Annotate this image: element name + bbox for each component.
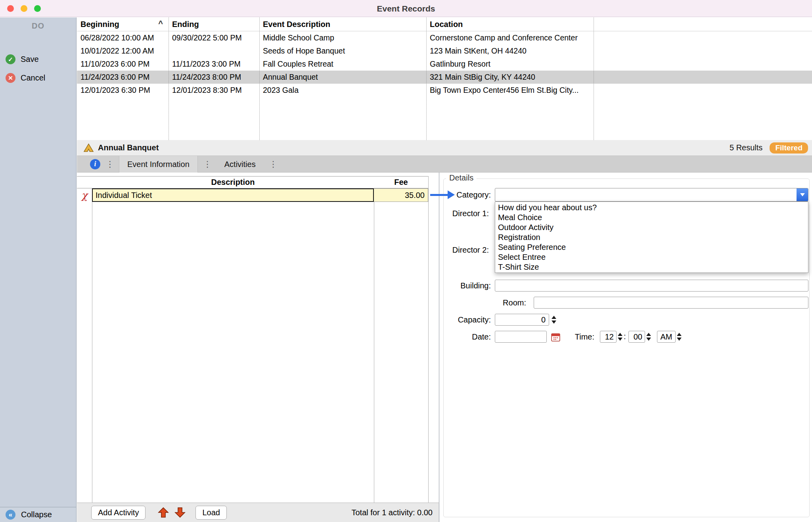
dropdown-option[interactable]: Meal Choice <box>495 213 808 223</box>
drag-handle-icon: ⋮ <box>269 159 278 169</box>
pointer-arrow-icon <box>430 190 455 199</box>
cell-beginning: 11/10/2023 6:00 PM <box>77 59 169 69</box>
column-header-description[interactable]: Event Description <box>259 20 426 29</box>
time-colon: : <box>624 332 626 341</box>
window-title: Event Records <box>0 0 812 17</box>
director2-label: Director 2: <box>440 245 489 255</box>
time-minute-input[interactable]: 00 <box>628 331 645 343</box>
event-records-window: Event Records DO ✓ Save ✕ Cancel « Colla… <box>0 0 812 522</box>
zoom-window-button[interactable] <box>34 5 41 12</box>
events-table: Beginning ^ Ending Event Description Loc… <box>77 17 812 140</box>
cell-description: 2023 Gala <box>259 86 426 95</box>
dropdown-option[interactable]: T-Shirt Size <box>495 262 808 272</box>
chevron-down-icon[interactable] <box>797 188 808 201</box>
cell-location: 123 Main StKent, OH 44240 <box>426 46 594 56</box>
room-input[interactable] <box>534 297 808 309</box>
event-row[interactable]: 12/01/2023 6:30 PM 12/01/2023 8:30 PM 20… <box>77 84 812 97</box>
add-activity-button[interactable]: Add Activity <box>91 506 146 520</box>
activities-footer: Add Activity Load Total for 1 activity: … <box>77 503 439 522</box>
close-window-button[interactable] <box>7 5 14 12</box>
event-row-selected[interactable]: 11/24/2023 6:00 PM 11/24/2023 8:00 PM An… <box>77 71 812 84</box>
column-header-beginning[interactable]: Beginning ^ <box>77 20 169 29</box>
director1-label: Director 1: <box>440 208 489 219</box>
cell-ending: 09/30/2022 5:00 PM <box>169 33 259 42</box>
cell-beginning: 11/24/2023 6:00 PM <box>77 73 169 82</box>
details-group-title: Details <box>446 173 477 182</box>
activities-total: Total for 1 activity: 0.00 <box>351 508 433 517</box>
activities-table-header: Description Fee <box>77 176 428 188</box>
dropdown-option[interactable]: Select Entree <box>495 252 808 262</box>
load-button[interactable]: Load <box>195 506 227 520</box>
cell-beginning: 06/28/2022 10:00 AM <box>77 33 169 42</box>
activity-fee-cell[interactable]: 35.00 <box>374 188 428 202</box>
save-check-icon: ✓ <box>6 54 15 64</box>
capacity-label: Capacity: <box>440 315 491 325</box>
dropdown-option[interactable]: Outdoor Activity <box>495 223 808 232</box>
cancel-button[interactable]: ✕ Cancel <box>6 73 45 83</box>
cell-description: Fall Couples Retreat <box>259 59 426 69</box>
delete-activity-icon[interactable]: χ <box>77 188 92 202</box>
cell-location: Cornerstone Camp and Conference Center <box>426 33 594 42</box>
save-button[interactable]: ✓ Save <box>6 54 39 64</box>
cell-ending: 11/24/2023 8:00 PM <box>169 73 259 82</box>
category-dropdown-list: How did you hear about us? Meal Choice O… <box>495 202 808 273</box>
cell-ending: 12/01/2023 8:30 PM <box>169 86 259 95</box>
dropdown-option[interactable]: Seating Preference <box>495 242 808 252</box>
tab-activities[interactable]: Activities <box>216 156 264 173</box>
tab-event-information[interactable]: Event Information <box>119 156 198 173</box>
move-up-icon[interactable] <box>157 507 169 518</box>
summary-bar: Annual Banquet 5 Results Filtered <box>77 140 812 156</box>
cell-ending: 11/11/2023 3:00 PM <box>169 59 259 69</box>
column-divider <box>374 176 374 503</box>
event-row[interactable]: 06/28/2022 10:00 AM 09/30/2022 5:00 PM M… <box>77 31 812 44</box>
sidebar-do-header: DO <box>0 17 76 31</box>
column-divider <box>428 176 429 503</box>
event-row[interactable]: 11/10/2023 6:00 PM 11/11/2023 3:00 PM Fa… <box>77 58 812 71</box>
capacity-input[interactable]: 0 <box>495 314 549 326</box>
time-label: Time: <box>559 332 594 342</box>
dropdown-option[interactable]: Registration <box>495 232 808 242</box>
activity-description-cell[interactable]: Individual Ticket <box>92 188 374 202</box>
column-divider <box>92 176 92 503</box>
building-label: Building: <box>440 280 491 291</box>
info-icon[interactable]: i <box>90 159 100 169</box>
category-combobox[interactable] <box>495 188 808 202</box>
sidebar: DO ✓ Save ✕ Cancel « Collapse <box>0 17 77 522</box>
cell-location: 321 Main StBig City, KY 44240 <box>426 73 594 82</box>
cell-beginning: 10/01/2022 12:00 AM <box>77 46 169 56</box>
column-header-activity-description[interactable]: Description <box>92 178 374 187</box>
cancel-x-icon: ✕ <box>6 73 15 83</box>
room-label: Room: <box>440 297 526 308</box>
move-down-icon[interactable] <box>174 507 186 518</box>
cell-location: Gatlinburg Resort <box>426 59 594 69</box>
cell-location: Big Town Expo Center456 Elm St.Big City.… <box>426 86 594 95</box>
activity-row[interactable]: χ Individual Ticket 35.00 <box>77 188 428 202</box>
time-hour-stepper[interactable] <box>617 331 623 343</box>
capacity-stepper[interactable] <box>551 314 557 326</box>
tent-icon <box>83 142 94 153</box>
title-bar: Event Records <box>0 0 812 17</box>
cell-description: Seeds of Hope Banquet <box>259 46 426 56</box>
time-ampm-input[interactable]: AM <box>657 331 676 343</box>
cell-description: Middle School Camp <box>259 33 426 42</box>
time-hour-input[interactable]: 12 <box>600 331 617 343</box>
details-panel: Details Category: How did you hear about… <box>440 173 812 522</box>
minimize-window-button[interactable] <box>21 5 27 12</box>
results-count: 5 Results <box>730 143 762 152</box>
dropdown-option[interactable]: How did you hear about us? <box>495 203 808 213</box>
events-table-header: Beginning ^ Ending Event Description Loc… <box>77 17 812 31</box>
filtered-badge[interactable]: Filtered <box>770 142 808 154</box>
cell-description: Annual Banquet <box>259 73 426 82</box>
column-header-activity-fee[interactable]: Fee <box>374 178 428 187</box>
column-header-ending[interactable]: Ending <box>169 20 259 29</box>
save-label: Save <box>21 55 39 64</box>
event-row[interactable]: 10/01/2022 12:00 AM Seeds of Hope Banque… <box>77 44 812 58</box>
time-minute-stepper[interactable] <box>645 331 652 343</box>
date-input[interactable] <box>495 331 547 343</box>
column-header-location[interactable]: Location <box>426 20 594 29</box>
building-input[interactable] <box>495 280 808 292</box>
date-label: Date: <box>440 332 491 342</box>
collapse-button[interactable]: « Collapse <box>0 507 76 522</box>
sort-ascending-icon: ^ <box>158 19 163 28</box>
time-ampm-stepper[interactable] <box>676 331 682 343</box>
